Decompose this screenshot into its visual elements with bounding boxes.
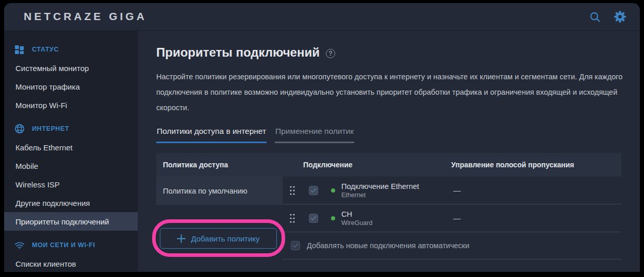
sidebar-item-system-monitor[interactable]: Системный монитор <box>4 59 138 77</box>
add-policy-label: Добавить политику <box>191 234 259 243</box>
bandwidth-value: — <box>451 214 461 222</box>
help-icon[interactable]: ? <box>326 49 335 58</box>
connection-type: Ethernet <box>341 192 451 199</box>
connection-type: WireGuard <box>341 219 451 227</box>
sidebar-item-ethernet-cable[interactable]: Кабель Ethernet <box>4 138 138 157</box>
connection-checkbox[interactable] <box>309 214 318 223</box>
tab-policy-application[interactable]: Применение политик <box>275 127 354 143</box>
sidebar-section-label: СТАТУС <box>32 46 59 53</box>
sidebar-nav: СТАТУС Системный монитор Монитор трафика… <box>4 31 138 271</box>
page-title: Приоритеты подключений <box>156 45 320 60</box>
globe-icon <box>14 124 25 134</box>
auto-add-label[interactable]: Добавлять новые подключения автоматическ… <box>307 241 469 250</box>
connection-row-ethernet: Подключение Ethernet Ethernet — <box>283 177 621 204</box>
connection-row-ch: CH WireGuard — <box>283 204 621 232</box>
main-content: Приоритеты подключений ? Настройте полит… <box>138 31 640 271</box>
brand-logo: NETCRAZE GIGA <box>24 11 147 22</box>
app-window: NETCRAZE GIGA <box>4 3 640 272</box>
tab-access-policies[interactable]: Политики доступа в интернет <box>156 127 267 143</box>
top-header-bar: NETCRAZE GIGA <box>4 3 640 31</box>
status-connected-dot <box>331 216 335 220</box>
sidebar-section-my-networks[interactable]: МОИ СЕТИ И WI-FI <box>4 236 138 254</box>
connection-checkbox[interactable] <box>309 186 318 195</box>
sidebar-item-wifi-monitor[interactable]: Монитор Wi-Fi <box>4 96 138 114</box>
connection-name: CH <box>341 210 451 218</box>
table-header-row: Политика доступа Подключение Управление … <box>156 153 621 177</box>
sidebar-item-other-connections[interactable]: Другие подключения <box>4 194 138 212</box>
search-icon[interactable] <box>588 10 602 24</box>
add-policy-button[interactable]: Добавить политику <box>160 228 277 249</box>
sidebar-section-internet[interactable]: ИНТЕРНЕТ <box>4 119 138 138</box>
page-description: Настройте политики резервирования или мн… <box>156 69 623 115</box>
bandwidth-value: — <box>451 186 461 195</box>
connection-name: Подключение Ethernet <box>341 182 451 191</box>
tab-bar: Политики доступа в интернет Применение п… <box>156 127 621 143</box>
auto-add-checkbox[interactable] <box>291 241 300 250</box>
settings-gear-icon[interactable] <box>613 10 626 24</box>
plus-icon <box>177 234 186 243</box>
wifi-icon <box>14 240 25 250</box>
sidebar-item-traffic-monitor[interactable]: Монитор трафика <box>4 77 138 96</box>
sidebar-section-status[interactable]: СТАТУС <box>4 40 138 59</box>
sidebar-item-client-lists[interactable]: Списки клиентов <box>4 254 138 272</box>
sidebar-section-label: ИНТЕРНЕТ <box>32 125 69 132</box>
column-header-policy: Политика доступа <box>156 161 283 169</box>
auto-add-row: Добавлять новые подключения автоматическ… <box>283 232 621 259</box>
column-header-connection: Подключение <box>283 161 450 169</box>
sidebar-section-label: МОИ СЕТИ И WI-FI <box>32 241 95 249</box>
column-header-bandwidth: Управление полосой пропускания <box>450 161 621 169</box>
sidebar-item-mobile[interactable]: Mobile <box>4 157 138 175</box>
sidebar-item-wireless-isp[interactable]: Wireless ISP <box>4 175 138 194</box>
policy-name-cell[interactable]: Политика по умолчанию <box>156 177 283 205</box>
status-connected-dot <box>331 188 335 193</box>
drag-handle-icon[interactable] <box>289 213 296 223</box>
sidebar-item-connection-priorities[interactable]: Приоритеты подключений <box>4 212 138 231</box>
dashboard-icon <box>14 44 25 55</box>
drag-handle-icon[interactable] <box>289 185 296 196</box>
